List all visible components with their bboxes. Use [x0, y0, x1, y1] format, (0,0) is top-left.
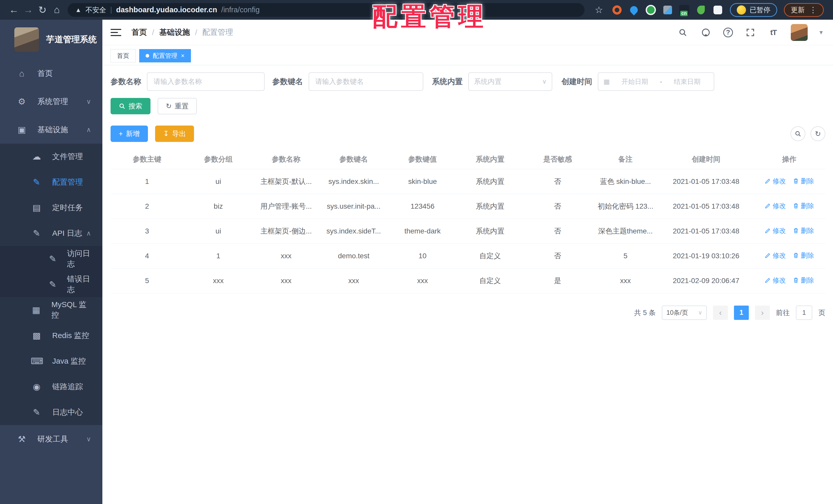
delete-link[interactable]: 删除 [792, 177, 814, 186]
edit-icon [764, 277, 771, 283]
sidebar-item-access-log[interactable]: ✎ 访问日志 [0, 246, 102, 272]
tab-home[interactable]: 首页 [111, 49, 136, 62]
paused-badge[interactable]: 已暂停 [730, 3, 777, 17]
refresh-icon: ↻ [166, 102, 172, 110]
sidebar-item-scheduled-jobs[interactable]: ▤ 定时任务 [0, 195, 102, 221]
table-row: 41xxxdemo.test10自定义否52021-01-19 03:10:26… [111, 244, 825, 268]
help-icon[interactable]: ? [723, 28, 733, 37]
cloud-upload-icon: ☁ [31, 151, 43, 161]
browser-reload-icon[interactable]: ↻ [35, 4, 50, 16]
extension-puzzle-icon[interactable] [712, 5, 723, 15]
table-row: 3ui主框架页-侧边...sys.index.sideT...theme-dar… [111, 219, 825, 244]
page-size-select[interactable]: 10条/页 ∨ [662, 306, 707, 320]
export-button[interactable]: ↧ 导出 [155, 126, 194, 142]
system-builtin-select[interactable]: 系统内置 ∨ [468, 72, 552, 91]
next-page-button[interactable]: › [755, 306, 770, 320]
edit-link[interactable]: 修改 [764, 226, 786, 235]
breadcrumb-separator: / [152, 28, 154, 37]
table-cell: 主框架页-侧边... [253, 219, 319, 244]
sidebar-item-mysql-monitor[interactable]: ▦ MySQL 监控 [0, 297, 102, 323]
delete-link[interactable]: 删除 [792, 201, 814, 210]
param-key-input[interactable] [309, 72, 423, 91]
search-button[interactable]: 搜索 [111, 98, 150, 114]
browser-forward-icon[interactable]: → [21, 4, 35, 15]
table-cell: demo.test [319, 244, 388, 268]
sidebar-collapse-icon[interactable] [111, 29, 121, 36]
trash-icon [792, 178, 799, 184]
browser-back-icon[interactable]: ← [7, 4, 21, 15]
keyboard-icon: ⌨ [31, 356, 43, 366]
tab-config-manage[interactable]: 配置管理 × [139, 49, 191, 62]
fullscreen-icon[interactable] [745, 27, 756, 38]
breadcrumb-home[interactable]: 首页 [132, 27, 147, 37]
refresh-table-button[interactable]: ↻ [810, 126, 825, 141]
delete-link[interactable]: 删除 [792, 251, 814, 260]
sidebar-item-file-manage[interactable]: ☁ 文件管理 [0, 144, 102, 169]
update-button[interactable]: 更新 ⋮ [784, 3, 824, 17]
create-time-range-picker[interactable]: ▦ 开始日期 - 结束日期 [598, 72, 714, 91]
sidebar-item-redis-monitor[interactable]: ▩ Redis 监控 [0, 323, 102, 348]
sidebar-item-java-monitor[interactable]: ⌨ Java 监控 [0, 348, 102, 374]
sidebar-item-tracing[interactable]: ◉ 链路追踪 [0, 374, 102, 399]
extension-leaf-icon[interactable] [695, 5, 706, 15]
not-secure-warning-icon: ▲ [75, 6, 81, 14]
sidebar-item-log-center[interactable]: ✎ 日志中心 [0, 399, 102, 425]
github-icon[interactable] [700, 27, 711, 38]
dashboard-icon: ⌂ [16, 69, 28, 78]
browser-home-icon[interactable]: ⌂ [50, 4, 64, 15]
table-cell: theme-dark [388, 219, 457, 244]
add-button[interactable]: + 新增 [111, 126, 148, 142]
browser-menu-dots-icon[interactable]: ⋮ [809, 5, 817, 14]
sidebar-item-dev-tools[interactable]: ⚒ 研发工具 ∨ [0, 425, 102, 453]
edit-link[interactable]: 修改 [764, 276, 786, 285]
table-cell: xxx [253, 244, 319, 268]
goto-page-input[interactable] [796, 306, 812, 320]
table-cell: 系统内置 [457, 219, 523, 244]
edit-link[interactable]: 修改 [764, 177, 786, 186]
url-divider: | [110, 6, 112, 14]
param-name-input[interactable] [147, 72, 265, 91]
chevron-down-icon: ∨ [698, 309, 702, 316]
edit-link[interactable]: 修改 [764, 251, 786, 260]
bookmark-star-icon[interactable]: ☆ [595, 5, 603, 15]
extension-cn-icon[interactable]: cn [679, 5, 689, 15]
user-avatar[interactable] [791, 24, 808, 41]
table-cell: ui [184, 219, 253, 244]
prev-page-button[interactable]: ‹ [713, 306, 728, 320]
edit-icon: ✎ [31, 407, 43, 417]
edit-link[interactable]: 修改 [764, 201, 786, 210]
chevron-down-icon: ∨ [542, 78, 547, 85]
toggle-search-button[interactable] [790, 126, 805, 141]
extension-grid-icon[interactable] [662, 5, 673, 15]
sidebar-item-api-log[interactable]: ✎ API 日志 ∧ [0, 221, 102, 246]
user-menu-caret-icon[interactable]: ▾ [819, 28, 823, 36]
table-cell: 主框架页-默认... [253, 169, 319, 194]
total-count-label: 共 5 条 [634, 308, 656, 317]
breadcrumb-current: 配置管理 [203, 27, 233, 37]
sidebar-item-system[interactable]: ⚙ 系统管理 ∨ [0, 87, 102, 116]
delete-link[interactable]: 删除 [792, 276, 814, 285]
sidebar-item-home[interactable]: ⌂ 首页 [0, 59, 102, 87]
breadcrumb-infra[interactable]: 基础设施 [159, 27, 190, 37]
close-icon[interactable]: × [181, 52, 185, 59]
delete-link[interactable]: 删除 [792, 226, 814, 235]
extension-pin-icon[interactable] [628, 5, 639, 15]
reset-button[interactable]: ↻ 重置 [158, 98, 197, 114]
sidebar-item-config-manage[interactable]: ✎ 配置管理 [0, 169, 102, 195]
header-search-icon[interactable] [677, 27, 688, 38]
address-bar[interactable]: ▲ 不安全 | dashboard.yudao.iocoder.cn /infr… [68, 3, 585, 17]
extension-green-icon[interactable] [645, 5, 656, 15]
sidebar-item-error-log[interactable]: ✎ 错误日志 [0, 272, 102, 297]
layers-icon: ▩ [31, 330, 43, 341]
edit-icon [764, 178, 771, 184]
trash-icon [792, 277, 799, 283]
table-cell: 否 [523, 244, 592, 268]
edit-icon: ✎ [31, 177, 43, 187]
extension-orange-icon[interactable] [612, 5, 622, 15]
table-cell: 蓝色 skin-blue... [592, 169, 659, 194]
table-cell: 5 [111, 268, 184, 293]
current-page-button[interactable]: 1 [734, 306, 749, 320]
font-size-icon[interactable]: tT [768, 27, 779, 38]
table-cell: xxx [319, 268, 388, 293]
sidebar-item-infra[interactable]: ▣ 基础设施 ∧ [0, 116, 102, 144]
